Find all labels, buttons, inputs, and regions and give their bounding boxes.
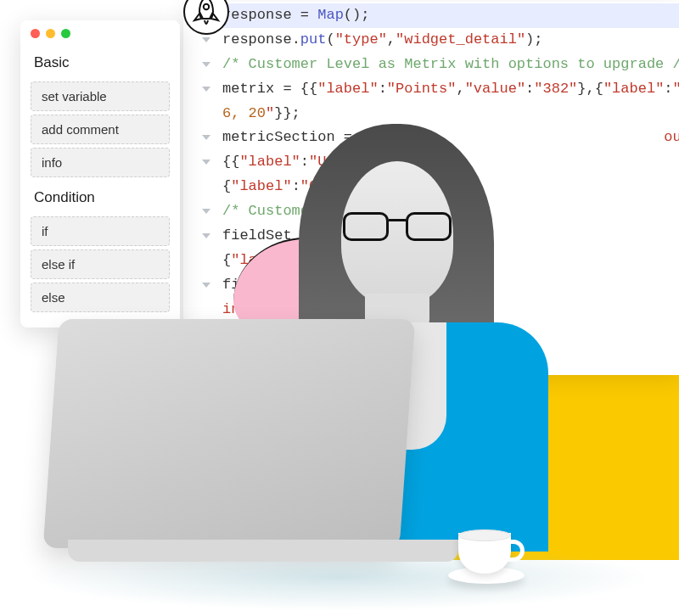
palette-chip[interactable]: add comment [31,115,170,144]
palette-chip[interactable]: set variable [31,81,170,111]
fold-arrow-icon[interactable] [202,283,210,288]
minimize-icon[interactable] [46,29,55,38]
code-line[interactable]: metrix = {{"label":"Points","value":"382… [197,77,679,102]
svg-point-1 [204,4,209,9]
window-controls [20,20,180,46]
palette-chip[interactable]: else [31,283,170,312]
fold-arrow-icon[interactable] [202,87,210,92]
code-line[interactable]: response = Map(); [197,3,679,28]
code-line[interactable]: 6, 20"}}; [197,102,679,126]
palette-chip[interactable]: info [31,148,170,177]
palette-chip[interactable]: if [31,216,170,246]
palette-group-label: Condition [20,181,180,213]
palette-group-label: Basic [20,46,180,78]
code-line[interactable]: /* Customer Level as Metrix with options… [197,53,679,77]
close-icon[interactable] [31,29,40,38]
laptop [51,319,458,574]
blocks-palette: Basicset variableadd commentinfoConditio… [20,20,180,328]
fold-arrow-icon[interactable] [202,62,210,67]
code-line[interactable]: response.put("type","widget_detail"); [197,28,679,53]
fold-arrow-icon[interactable] [202,209,210,214]
fold-arrow-icon[interactable] [202,37,210,42]
coffee-cup [458,529,526,582]
fold-arrow-icon[interactable] [202,135,210,140]
fold-arrow-icon[interactable] [202,233,210,238]
rocket-icon [182,0,230,36]
fold-arrow-icon[interactable] [202,160,210,165]
maximize-icon[interactable] [61,29,70,38]
palette-chip[interactable]: else if [31,249,170,279]
